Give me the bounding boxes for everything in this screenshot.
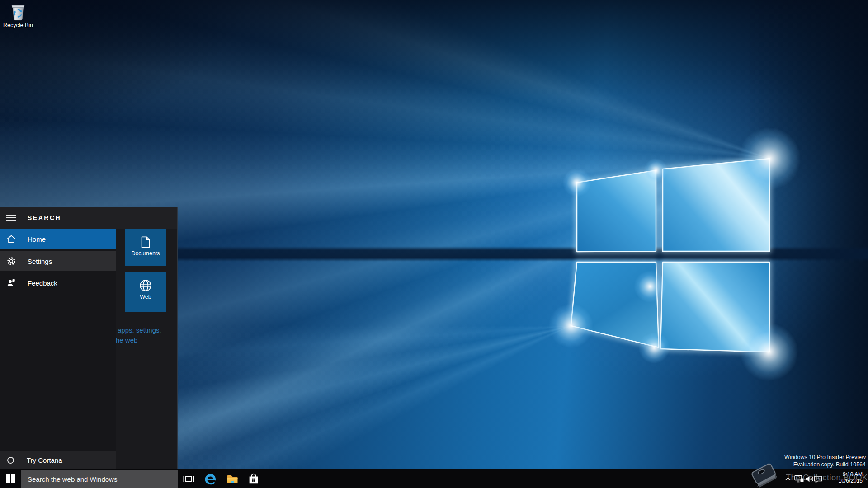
nav-item-label: Feedback xyxy=(28,279,57,287)
search-hint-links[interactable]: apps, settings, he web xyxy=(116,325,179,345)
search-nav-pane: Home Settings xyxy=(0,229,116,469)
task-view-button[interactable] xyxy=(178,469,199,488)
home-icon xyxy=(6,234,17,244)
file-explorer-icon xyxy=(226,473,239,485)
speaker-icon xyxy=(805,474,814,483)
taskbar: 9:10 AM 10/6/2015 xyxy=(0,469,868,488)
edge-icon xyxy=(203,472,217,486)
nav-item-label: Settings xyxy=(28,258,52,265)
watermark-line-1: Windows 10 Pro Insider Preview xyxy=(784,454,866,461)
tray-time: 9:10 AM xyxy=(824,472,863,478)
network-display-icon xyxy=(794,474,804,484)
search-input[interactable] xyxy=(21,470,178,488)
gear-icon xyxy=(6,256,17,267)
tile-label: Web xyxy=(125,294,166,300)
tray-clock[interactable]: 9:10 AM 10/6/2015 xyxy=(824,472,863,484)
tile-label: Documents xyxy=(125,250,166,257)
taskbar-app-buttons xyxy=(178,469,264,488)
tile-documents[interactable]: Documents xyxy=(125,229,166,266)
nav-item-feedback[interactable]: Feedback xyxy=(0,273,116,293)
recycle-bin-shortcut[interactable]: Recycle Bin xyxy=(1,3,35,28)
windows-start-icon xyxy=(6,474,15,483)
search-panel: Documents Web apps, settings, he web xyxy=(0,207,178,469)
document-icon xyxy=(139,235,152,249)
try-cortana-label: Try Cortana xyxy=(27,456,62,464)
store-button[interactable] xyxy=(243,469,264,488)
system-watermark: Windows 10 Pro Insider Preview Evaluatio… xyxy=(784,454,866,468)
nav-item-settings[interactable]: Settings xyxy=(0,251,116,271)
tray-chevron-up-button[interactable] xyxy=(784,469,792,488)
action-center-icon xyxy=(813,474,823,484)
nav-item-label: Home xyxy=(28,235,46,243)
chevron-up-icon xyxy=(784,475,792,483)
watermark-line-2: Evaluation copy. Build 10564 xyxy=(784,461,866,468)
taskbar-search-box[interactable] xyxy=(21,470,178,488)
file-explorer-button[interactable] xyxy=(221,469,243,488)
recycle-bin-label: Recycle Bin xyxy=(1,22,35,28)
tile-web[interactable]: Web xyxy=(125,272,166,312)
show-desktop-button[interactable] xyxy=(864,472,864,485)
search-panel-header: SEARCH xyxy=(0,207,177,229)
tray-network-button[interactable] xyxy=(794,469,804,488)
store-icon xyxy=(247,472,260,486)
search-panel-title: SEARCH xyxy=(28,207,61,229)
desktop: Recycle Bin Documents Web xyxy=(0,0,868,488)
globe-icon xyxy=(138,278,153,293)
start-button[interactable] xyxy=(0,469,21,488)
tray-volume-button[interactable] xyxy=(805,469,814,488)
tray-action-center-button[interactable] xyxy=(813,469,823,488)
nav-item-home[interactable]: Home xyxy=(0,229,116,249)
edge-button[interactable] xyxy=(199,469,221,488)
recycle-bin-icon xyxy=(10,3,26,21)
hamburger-menu-icon[interactable] xyxy=(6,215,16,221)
hint-line-2[interactable]: he web xyxy=(116,335,179,345)
tray-date: 10/6/2015 xyxy=(824,478,863,484)
cortana-ring-icon xyxy=(7,457,14,464)
feedback-person-icon xyxy=(6,277,17,288)
try-cortana-button[interactable]: Try Cortana xyxy=(0,451,116,469)
task-view-icon xyxy=(182,473,195,485)
hint-line-1[interactable]: apps, settings, xyxy=(116,325,179,335)
